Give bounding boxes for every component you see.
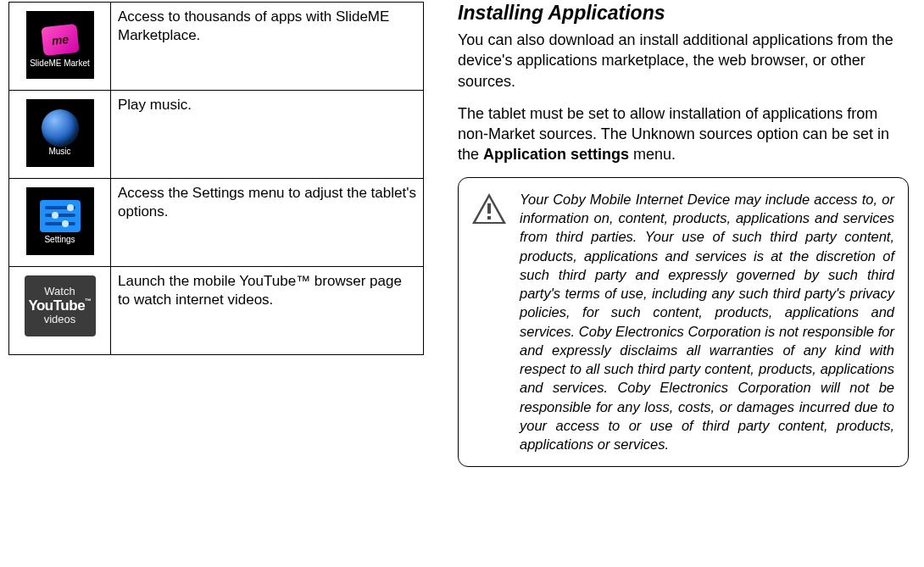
settings-icon: Settings <box>26 187 94 255</box>
icon-cell: me SlideME Market <box>9 3 111 91</box>
icon-cell: Music <box>9 91 111 179</box>
icon-label: Music <box>48 147 70 156</box>
icon-label: Settings <box>44 235 75 244</box>
app-description: Access the Settings menu to adjust the t… <box>111 179 424 267</box>
youtube-watch-label: Watch <box>44 286 75 297</box>
youtube-icon: Watch YouTube™ videos <box>25 275 96 336</box>
right-column: Installing Applications You can also dow… <box>458 2 916 565</box>
icon-cell: Settings <box>9 179 111 267</box>
svg-rect-2 <box>487 203 491 214</box>
table-row: me SlideME Market Access to thousands of… <box>9 3 424 91</box>
music-glyph <box>42 109 79 147</box>
warning-icon <box>470 192 508 225</box>
youtube-videos-label: videos <box>44 314 76 325</box>
app-description: Access to thousands of apps with SlideME… <box>111 3 424 91</box>
app-settings-bold: Application settings <box>483 146 629 163</box>
installing-para2: The tablet must be set to allow installa… <box>458 103 909 165</box>
music-icon: Music <box>26 99 94 167</box>
left-column: me SlideME Market Access to thousands of… <box>8 2 424 565</box>
icon-cell: Watch YouTube™ videos <box>9 267 111 355</box>
warning-text: Your Coby Mobile Internet Device may inc… <box>520 190 894 454</box>
svg-rect-3 <box>487 216 491 220</box>
apps-table: me SlideME Market Access to thousands of… <box>8 2 424 355</box>
app-description: Launch the mobile YouTube™ browser page … <box>111 267 424 355</box>
app-description: Play music. <box>111 91 424 179</box>
warning-box: Your Coby Mobile Internet Device may inc… <box>458 177 909 467</box>
table-row: Watch YouTube™ videos Launch the mobile … <box>9 267 424 355</box>
installing-para1: You can also download an install additio… <box>458 30 909 92</box>
slideme-glyph: me <box>41 23 79 55</box>
icon-label: SlideME Market <box>30 58 90 68</box>
youtube-logo-text: YouTube™ <box>28 298 91 314</box>
installing-heading: Installing Applications <box>458 2 909 25</box>
table-row: Settings Access the Settings menu to adj… <box>9 179 424 267</box>
slideme-market-icon: me SlideME Market <box>26 11 94 79</box>
settings-glyph <box>40 200 81 232</box>
table-row: Music Play music. <box>9 91 424 179</box>
